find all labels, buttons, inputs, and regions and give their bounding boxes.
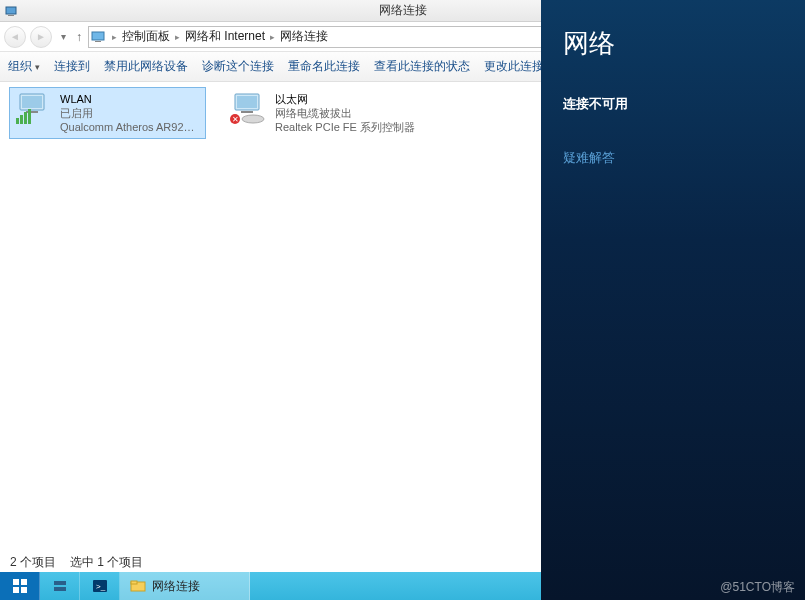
flyout-troubleshoot-link[interactable]: 疑难解答 bbox=[563, 149, 783, 167]
svg-rect-19 bbox=[13, 587, 19, 593]
svg-rect-22 bbox=[54, 587, 66, 591]
svg-rect-10 bbox=[28, 109, 31, 124]
svg-rect-18 bbox=[21, 579, 27, 585]
breadcrumb-item-network-connections[interactable]: 网络连接 bbox=[278, 28, 330, 45]
selection-count-label: 选中 1 个项目 bbox=[70, 554, 143, 571]
rename-button[interactable]: 重命名此连接 bbox=[288, 58, 360, 75]
start-button[interactable] bbox=[0, 572, 40, 600]
item-count-label: 2 个项目 bbox=[10, 554, 56, 571]
svg-rect-5 bbox=[22, 96, 42, 108]
breadcrumb-item-network-internet[interactable]: 网络和 Internet bbox=[183, 28, 267, 45]
taskbar-powershell-button[interactable]: >_ bbox=[80, 572, 120, 600]
svg-rect-8 bbox=[20, 115, 23, 124]
svg-rect-9 bbox=[24, 112, 27, 124]
svg-text:>_: >_ bbox=[96, 582, 106, 591]
svg-rect-0 bbox=[6, 7, 16, 14]
chevron-right-icon: ▸ bbox=[267, 32, 278, 42]
nav-forward-button[interactable]: ► bbox=[30, 26, 52, 48]
nav-up-button[interactable]: ↑ bbox=[74, 30, 84, 44]
flyout-heading: 网络 bbox=[563, 26, 783, 61]
taskbar-server-manager-button[interactable] bbox=[40, 572, 80, 600]
chevron-right-icon: ▸ bbox=[172, 32, 183, 42]
taskbar-task-network-connections[interactable]: 网络连接 bbox=[120, 572, 250, 600]
svg-rect-1 bbox=[8, 15, 14, 16]
flyout-status-text: 连接不可用 bbox=[563, 95, 783, 113]
nav-back-button[interactable]: ◄ bbox=[4, 26, 26, 48]
breadcrumb-item-control-panel[interactable]: 控制面板 bbox=[120, 28, 172, 45]
network-flyout-panel: 网络 连接不可用 疑难解答 bbox=[541, 0, 805, 600]
connection-device: Qualcomm Atheros AR9285 80... bbox=[60, 120, 200, 134]
connection-name: WLAN bbox=[60, 92, 200, 106]
svg-rect-3 bbox=[95, 41, 101, 42]
diagnose-button[interactable]: 诊断这个连接 bbox=[202, 58, 274, 75]
connection-item-wlan[interactable]: WLAN 已启用 Qualcomm Atheros AR9285 80... bbox=[10, 88, 205, 138]
connection-device: Realtek PCIe FE 系列控制器 bbox=[275, 120, 415, 134]
connection-status: 网络电缆被拔出 bbox=[275, 106, 415, 120]
watermark-text: @51CTO博客 bbox=[720, 579, 795, 596]
svg-rect-12 bbox=[237, 96, 257, 108]
view-status-button[interactable]: 查看此连接的状态 bbox=[374, 58, 470, 75]
organize-menu-button[interactable]: 组织 bbox=[8, 58, 40, 75]
folder-icon bbox=[130, 578, 146, 594]
svg-rect-2 bbox=[92, 32, 104, 40]
connection-name: 以太网 bbox=[275, 92, 415, 106]
svg-rect-20 bbox=[21, 587, 27, 593]
ethernet-adapter-icon: ✕ bbox=[229, 92, 269, 128]
connection-status: 已启用 bbox=[60, 106, 200, 120]
svg-rect-6 bbox=[26, 111, 38, 113]
svg-rect-21 bbox=[54, 581, 66, 585]
control-panel-icon bbox=[91, 29, 107, 45]
connect-to-button[interactable]: 连接到 bbox=[54, 58, 90, 75]
window-icon bbox=[4, 3, 20, 19]
svg-rect-13 bbox=[241, 111, 253, 113]
svg-rect-7 bbox=[16, 118, 19, 124]
svg-rect-26 bbox=[131, 581, 137, 584]
svg-rect-17 bbox=[13, 579, 19, 585]
connection-item-ethernet[interactable]: ✕ 以太网 网络电缆被拔出 Realtek PCIe FE 系列控制器 bbox=[225, 88, 420, 138]
disable-device-button[interactable]: 禁用此网络设备 bbox=[104, 58, 188, 75]
nav-history-dropdown[interactable]: ▾ bbox=[56, 26, 70, 48]
taskbar-task-label: 网络连接 bbox=[152, 578, 200, 595]
wifi-adapter-icon bbox=[14, 92, 54, 128]
svg-point-14 bbox=[242, 115, 264, 123]
chevron-right-icon: ▸ bbox=[109, 32, 120, 42]
svg-text:✕: ✕ bbox=[232, 115, 239, 124]
